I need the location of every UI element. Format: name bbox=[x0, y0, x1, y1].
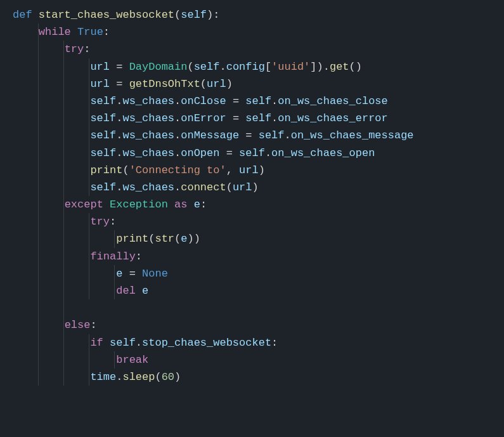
code-line: self.ws_chaes.onError = self.on_ws_chaes… bbox=[13, 110, 498, 127]
fn-sleep: sleep bbox=[122, 371, 155, 383]
code-line: self.ws_chaes.onClose = self.on_ws_chaes… bbox=[13, 93, 498, 110]
var-url: url bbox=[90, 61, 110, 73]
code-line: while True: bbox=[13, 23, 498, 41]
keyword-while: while bbox=[39, 26, 71, 38]
code-line: print('Connecting to', url) bbox=[13, 162, 498, 179]
keyword-else: else bbox=[65, 319, 91, 331]
code-line: try: bbox=[13, 213, 498, 230]
keyword-finally: finally bbox=[90, 251, 135, 263]
code-line: break bbox=[13, 351, 498, 369]
code-line: if self.stop_chaes_websocket: bbox=[13, 334, 498, 351]
attr-onclose-handler: on_ws_chaes_close bbox=[278, 95, 387, 107]
fn-str: str bbox=[155, 233, 174, 245]
class-daydomain: DayDomain bbox=[129, 61, 188, 73]
keyword-break: break bbox=[116, 354, 148, 366]
fn-print: print bbox=[90, 164, 122, 176]
num-60: 60 bbox=[162, 371, 174, 383]
const-true: True bbox=[77, 26, 103, 38]
attr-onmessage-handler: on_ws_chaes_message bbox=[291, 129, 414, 141]
attr-stop-flag: stop_chaes_websocket bbox=[142, 337, 271, 349]
code-line: e = None bbox=[13, 265, 498, 282]
code-line: def start_chaes_websocket(self): bbox=[13, 6, 498, 23]
module-time: time bbox=[90, 371, 116, 383]
param-self: self bbox=[181, 9, 207, 21]
code-line: print(str(e)) bbox=[13, 230, 498, 247]
code-line: else: bbox=[13, 316, 498, 334]
fn-connect: connect bbox=[181, 181, 226, 193]
code-line: except Exception as e: bbox=[13, 196, 498, 213]
code-line: self.ws_chaes.connect(url) bbox=[13, 179, 498, 196]
code-line: self.ws_chaes.onOpen = self.on_ws_chaes_… bbox=[13, 145, 498, 162]
code-line: try: bbox=[13, 41, 498, 58]
function-name: start_chaes_websocket bbox=[39, 9, 174, 21]
code-line bbox=[13, 299, 498, 316]
class-exception: Exception bbox=[110, 199, 168, 211]
code-line: self.ws_chaes.onMessage = self.on_ws_cha… bbox=[13, 127, 498, 144]
fn-getdnsohtxt: getDnsOhTxt bbox=[129, 78, 200, 90]
keyword-try: try bbox=[65, 43, 84, 55]
keyword-except: except bbox=[65, 199, 103, 211]
code-line: url = getDnsOhTxt(url) bbox=[13, 75, 498, 93]
string-uuid: 'uuid' bbox=[271, 61, 310, 73]
keyword-def: def bbox=[13, 9, 32, 21]
code-line: del e bbox=[13, 282, 498, 299]
keyword-del: del bbox=[116, 285, 136, 297]
code-editor[interactable]: def start_chaes_websocket(self): while T… bbox=[13, 6, 498, 386]
code-line: finally: bbox=[13, 248, 498, 265]
string-connecting: 'Connecting to' bbox=[129, 164, 226, 176]
const-none: None bbox=[142, 268, 168, 280]
keyword-if: if bbox=[90, 337, 103, 349]
code-line: time.sleep(60) bbox=[13, 369, 498, 386]
code-line: url = DayDomain(self.config['uuid']).get… bbox=[13, 58, 498, 75]
attr-onerror-handler: on_ws_chaes_error bbox=[278, 112, 387, 124]
attr-onopen-handler: on_ws_chaes_open bbox=[271, 147, 375, 159]
